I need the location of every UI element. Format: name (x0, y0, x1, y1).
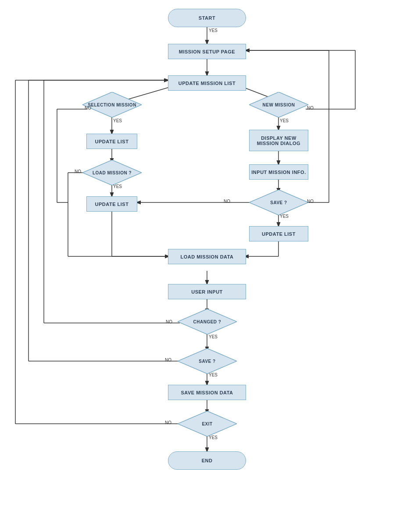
exit-node: EXIT (178, 411, 237, 436)
changed-node: CHANGED ? (178, 309, 237, 334)
selection-mission-node: SELECTION MISSION (82, 92, 142, 117)
no-label-save1: NO (307, 199, 314, 204)
load-mission-data-node: LOAD MISSION DATA (168, 249, 246, 264)
update-list-1-node: UPDATE LIST (86, 134, 137, 149)
no-label-load-mission-2: NO (224, 199, 230, 204)
yes-label-changed: YES (209, 334, 218, 339)
yes-label-exit: YES (209, 435, 218, 440)
no-label-save2: NO (165, 358, 171, 362)
no-label-changed: NO (166, 319, 172, 324)
mission-setup-node: MISSION SETUP PAGE (168, 44, 246, 59)
start-node: START (168, 9, 246, 27)
flowchart: START MISSION SETUP PAGE UPDATE MISSION … (0, 0, 414, 532)
save-q2-node: SAVE ? (178, 348, 237, 374)
load-mission-node: LOAD MISSION ? (82, 160, 142, 185)
display-new-mission-node: DISPLAY NEW MISSION DIALOG (249, 130, 308, 151)
yes-label-save1: YES (280, 214, 289, 219)
no-label-load-mission: NO (75, 169, 81, 174)
save-mission-data-node: SAVE MISSION DATA (168, 385, 246, 400)
no-label-new-mission: NO (307, 106, 314, 110)
yes-label-start-to-setup: YES (209, 28, 218, 33)
yes-label-save2: YES (209, 372, 218, 377)
update-mission-list-node: UPDATE MISSION LIST (168, 75, 246, 91)
no-label-exit: NO (165, 420, 171, 425)
yes-label-load-mission: YES (113, 184, 122, 189)
yes-label-selection: YES (113, 118, 122, 123)
new-mission-node: NEW MISSION (249, 92, 308, 117)
end-node: END (168, 451, 246, 470)
yes-label-new-mission: YES (280, 118, 289, 123)
user-input-node: USER INPUT (168, 284, 246, 299)
input-mission-info-node: INPUT MISSION INFO. (249, 164, 308, 180)
update-list-3-node: UPDATE LIST (249, 226, 308, 241)
save-q1-node: SAVE ? (249, 190, 308, 215)
update-list-2-node: UPDATE LIST (86, 196, 137, 212)
